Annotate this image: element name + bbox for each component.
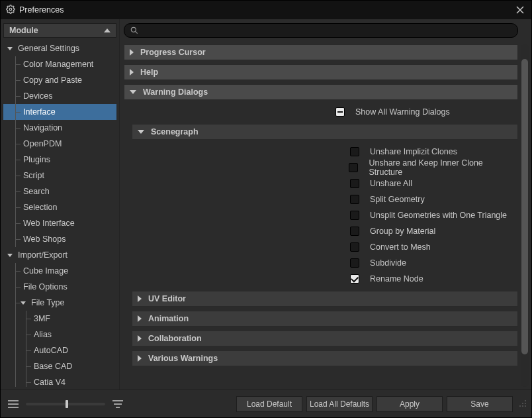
scenegraph-options: Unshare Implizit ClonesUnshare and Keep … <box>132 144 518 287</box>
load-all-defaults-button[interactable]: Load All Defaults <box>306 396 373 412</box>
load-default-button[interactable]: Load Default <box>236 396 302 412</box>
section-title: Various Warnings <box>148 354 218 363</box>
tree-item[interactable]: Catia V4 <box>3 374 116 387</box>
tree-item[interactable]: General Settings <box>3 40 116 56</box>
checkbox[interactable] <box>350 147 359 156</box>
tree-item[interactable]: File Options <box>3 279 116 295</box>
tree-item[interactable]: Devices <box>3 88 116 104</box>
chevron-down-icon <box>130 90 136 94</box>
apply-button[interactable]: Apply <box>377 396 443 412</box>
tree-item[interactable]: Base CAD <box>3 358 116 374</box>
tree-item[interactable]: Web Shops <box>3 231 116 247</box>
zoom-slider[interactable] <box>26 403 105 405</box>
sidebar-header[interactable]: Module <box>3 23 116 38</box>
search-field[interactable] <box>124 23 518 38</box>
tree-item-label: Cube Image <box>21 266 68 276</box>
svg-line-2 <box>135 31 137 33</box>
tree-item-label: Navigation <box>21 123 62 132</box>
chevron-right-icon <box>138 355 142 362</box>
tree-item[interactable]: Script <box>3 168 116 183</box>
filter-button[interactable] <box>111 397 125 411</box>
tree-item[interactable]: Navigation <box>3 120 116 136</box>
checkbox[interactable] <box>350 179 359 188</box>
option-row: Unshare All <box>132 176 518 191</box>
option-row: Unsplit Geometries with One Triangle <box>132 207 518 223</box>
chevron-right-icon <box>138 315 142 322</box>
checkbox[interactable] <box>349 163 358 172</box>
filter-icon <box>112 400 123 408</box>
tree-item[interactable]: 3MF <box>3 311 116 327</box>
menu-button[interactable] <box>6 397 21 411</box>
scrollbar[interactable] <box>521 44 529 387</box>
tree-item[interactable]: Search <box>3 183 116 199</box>
section-warning-dialogs[interactable]: Warning Dialogs <box>124 84 518 100</box>
option-row: Subdivide <box>132 255 518 271</box>
tree-item[interactable]: File Type <box>3 295 116 311</box>
checkbox[interactable] <box>350 195 359 204</box>
section-animation[interactable]: Animation <box>132 311 518 327</box>
tree-item[interactable]: Selection <box>3 199 116 215</box>
checkbox[interactable] <box>350 211 359 220</box>
tree-item-label: Plugins <box>21 155 50 164</box>
section-scenegraph[interactable]: Scenegraph <box>132 124 518 140</box>
option-label: Unsplit Geometries with One Triangle <box>370 211 507 220</box>
tree-item-label: Color Management <box>21 60 93 69</box>
option-row: Unshare and Keep Inner Clone Structure <box>132 160 518 176</box>
option-label: Group by Material <box>370 227 435 236</box>
option-row: Convert to Mesh <box>132 239 518 255</box>
tree-item-label: Copy and Paste <box>21 76 82 85</box>
tree-item[interactable]: Copy and Paste <box>3 72 116 88</box>
tree-item[interactable]: OpenPDM <box>3 136 116 152</box>
tree-item[interactable]: Web Interface <box>3 215 116 231</box>
tree-item-label: Base CAD <box>31 362 72 371</box>
tree-item-label: General Settings <box>15 44 79 53</box>
checkbox[interactable] <box>350 258 359 268</box>
section-uv-editor[interactable]: UV Editor <box>132 291 518 307</box>
section-title: Animation <box>148 314 189 323</box>
option-label: Show All Warning Dialogs <box>355 107 450 117</box>
tree-item-label: Interface <box>21 107 56 117</box>
slider-thumb[interactable] <box>66 400 68 408</box>
tree-item-label: Web Interface <box>21 219 75 228</box>
gear-icon <box>6 5 15 16</box>
section-title: UV Editor <box>148 294 186 303</box>
option-label: Convert to Mesh <box>370 242 431 252</box>
tree-item-label: Script <box>21 171 44 180</box>
tree-item[interactable]: Alias <box>3 327 116 342</box>
checkbox[interactable] <box>350 242 359 252</box>
chevron-right-icon <box>138 335 142 342</box>
scrollbar-thumb[interactable] <box>521 59 528 354</box>
close-button[interactable] <box>514 4 526 16</box>
checkbox[interactable] <box>350 274 359 284</box>
tree-item[interactable]: Color Management <box>3 56 116 72</box>
sidebar-tree[interactable]: General SettingsColor ManagementCopy and… <box>3 40 116 387</box>
tree-item[interactable]: Cube Image <box>3 263 116 279</box>
resize-grip[interactable] <box>518 399 526 409</box>
section-title: Help <box>140 68 158 77</box>
svg-point-1 <box>131 27 136 32</box>
tree-item[interactable]: Interface <box>3 104 116 120</box>
checkbox-show-all-warning[interactable] <box>335 107 345 117</box>
section-various-warnings[interactable]: Various Warnings <box>132 350 518 366</box>
tree-item-label: Import/Export <box>15 250 67 260</box>
settings-panels: Progress Cursor Help Warning Dialogs Sho… <box>124 44 518 387</box>
search-icon <box>130 26 139 35</box>
tree-item-label: Search <box>21 187 50 196</box>
tree-item-label: Selection <box>21 203 57 212</box>
tree-item[interactable]: Plugins <box>3 152 116 168</box>
section-help[interactable]: Help <box>124 64 518 80</box>
section-title: Collaboration <box>148 334 202 343</box>
option-row: Rename Node <box>132 271 518 287</box>
sidebar-header-label: Module <box>9 26 38 35</box>
tree-item[interactable]: AutoCAD <box>3 342 116 358</box>
tree-item-label: File Type <box>28 298 65 307</box>
section-progress-cursor[interactable]: Progress Cursor <box>124 44 518 60</box>
save-button[interactable]: Save <box>447 396 513 412</box>
search-input[interactable] <box>143 25 512 36</box>
chevron-right-icon <box>130 49 134 56</box>
tree-item[interactable]: Import/Export <box>3 247 116 263</box>
checkbox[interactable] <box>350 227 359 236</box>
section-collaboration[interactable]: Collaboration <box>132 331 518 346</box>
section-title: Warning Dialogs <box>143 87 208 97</box>
tree-item-label: Alias <box>31 330 52 339</box>
